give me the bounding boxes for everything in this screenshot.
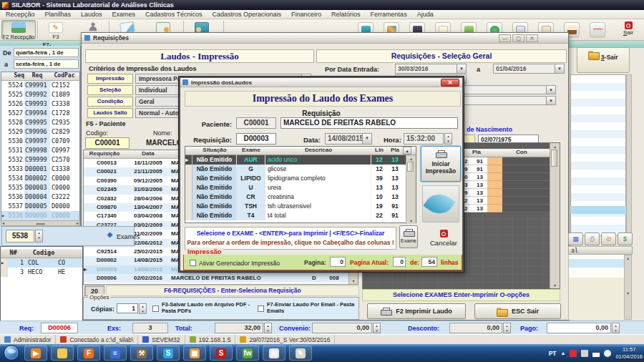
table-row[interactable]: 5527C99994C1728 bbox=[1, 109, 79, 118]
chart-edit-icon[interactable]: ✎ bbox=[289, 346, 312, 361]
paciente-cod-field[interactable]: C00001 bbox=[236, 117, 276, 129]
exame-print-button[interactable]: Exame bbox=[399, 225, 418, 248]
requisicao-field[interactable]: D00003 bbox=[236, 133, 276, 145]
data-entrada-from-field[interactable]: 30/03/2016▼ bbox=[395, 64, 467, 74]
copias-field[interactable]: 1 bbox=[117, 303, 138, 313]
exam-row[interactable]: Não EmitidoLIPIDOlipidograma completo391… bbox=[185, 174, 416, 183]
convenio-field[interactable]: 0,00 bbox=[312, 323, 372, 333]
chevron-down-icon[interactable]: ▼ bbox=[546, 86, 555, 94]
table-row[interactable]: 5528C99995C2935 bbox=[1, 118, 79, 127]
horizontal-scrollbar[interactable]: ◂▬▬▸ bbox=[1, 220, 80, 226]
presentation-icon[interactable]: ▦ bbox=[183, 346, 206, 361]
tools-icon[interactable]: ⚒ bbox=[130, 346, 153, 361]
req-field[interactable]: D00006 bbox=[41, 323, 78, 333]
iniciar-impressao-button[interactable]: Iniciar Impressão bbox=[421, 146, 461, 182]
toolbar-sair-button[interactable]: Sair bbox=[618, 21, 639, 39]
skype-icon[interactable]: S bbox=[157, 346, 180, 361]
total-stepper[interactable]: ▴▾ bbox=[264, 323, 272, 333]
right-list-scrollbar[interactable] bbox=[626, 74, 632, 236]
right-list-selected-row[interactable] bbox=[570, 206, 626, 214]
media-player-icon[interactable]: ▶ bbox=[24, 346, 47, 361]
convenio-stepper[interactable]: ▴▾ bbox=[373, 323, 381, 333]
data-field[interactable]: 14/08/2015▼ bbox=[325, 133, 372, 145]
red-s-app-icon[interactable]: S bbox=[210, 346, 233, 361]
table-row[interactable]: 5530C99997C0709 bbox=[1, 137, 79, 146]
mini-grid-header[interactable]: al bbox=[568, 246, 633, 255]
tray-expand-arrow[interactable]: ▲ bbox=[561, 351, 566, 356]
exam-row[interactable]: Não EmitidoT4t4 total2291 bbox=[185, 211, 416, 220]
foxit-icon[interactable]: fw bbox=[236, 346, 259, 361]
list-item[interactable]: D0000602/02/2016MARCELO DE FREITAS RABEL… bbox=[84, 274, 358, 283]
exam-row[interactable]: Não EmitidoGglicose1213 bbox=[185, 165, 416, 174]
hora-stepper[interactable]: ▴▾ bbox=[444, 133, 452, 145]
laudos-salto-criteria-button[interactable]: Laudos Salto bbox=[87, 108, 133, 118]
pago-stepper[interactable]: ▴▾ bbox=[612, 323, 620, 333]
table-row[interactable]: 5532C99999C2570 bbox=[1, 155, 79, 165]
table-row[interactable]: 5531C99998C0997 bbox=[1, 146, 79, 155]
action-center-icon[interactable] bbox=[570, 350, 577, 357]
close-button[interactable]: ✕ bbox=[526, 34, 538, 42]
minimize-button[interactable]: — bbox=[499, 34, 511, 42]
linhas-total-field[interactable]: 54 bbox=[421, 257, 437, 267]
table-row[interactable]: 5538D00006C0000 bbox=[1, 211, 79, 220]
table-row[interactable]: 5535D00003C0000 bbox=[1, 183, 79, 192]
table-row[interactable]: 5536D00004C3222 bbox=[1, 192, 79, 202]
menu-item[interactable]: Ferramentas bbox=[371, 11, 407, 18]
menu-item[interactable]: Recepção bbox=[6, 11, 35, 18]
table-row[interactable]: 5533D00001C3338 bbox=[1, 165, 79, 174]
exam-row[interactable]: Não EmitidoCRcreatinina1013 bbox=[185, 192, 416, 202]
hora-field[interactable]: 15:32:00 bbox=[404, 133, 444, 145]
menu-item[interactable]: Cadastros Técnicos bbox=[145, 11, 202, 18]
total-field[interactable]: 32,00 bbox=[215, 323, 263, 333]
toolbar-f2-recepcao-button[interactable]: F2 Recepção bbox=[1, 20, 36, 39]
table-row[interactable]: 5537D00005D0000 bbox=[1, 202, 79, 211]
network-signal-icon[interactable] bbox=[592, 350, 600, 357]
sequence-selector-field[interactable]: 5538 bbox=[6, 230, 34, 243]
explorer-folder-icon[interactable] bbox=[51, 346, 74, 361]
firefox-icon[interactable]: F bbox=[77, 346, 100, 361]
menu-item[interactable]: Financeiro bbox=[291, 11, 321, 18]
paciente-nome-field[interactable]: MARCELO DE FREITAS RABELO bbox=[280, 117, 458, 129]
pdf-checkbox[interactable] bbox=[152, 305, 159, 312]
gerenciador-checkbox[interactable] bbox=[190, 260, 196, 266]
condicao-criteria-button[interactable]: Condição bbox=[87, 97, 133, 107]
exam-row[interactable]: Não EmitidoTSHtsh ultrasensivel1991 bbox=[185, 202, 416, 211]
money-tool-button[interactable]: $ bbox=[618, 233, 633, 245]
exam-row[interactable]: Não EmitidoUureia1313 bbox=[185, 183, 416, 192]
maximize-button[interactable]: ▢ bbox=[512, 34, 525, 42]
cancelar-button[interactable]: Cancelar bbox=[426, 230, 461, 247]
grid-tool-button[interactable]: ▦ bbox=[568, 233, 583, 245]
pago-field[interactable]: 0,00 bbox=[547, 323, 611, 333]
menu-item[interactable]: Ajuda bbox=[417, 11, 434, 18]
desconto-stepper[interactable]: ▴▾ bbox=[503, 323, 511, 333]
menu-item[interactable]: Relatórios bbox=[331, 11, 361, 18]
document-list-icon[interactable]: ≡ bbox=[104, 346, 127, 361]
sair-3-button[interactable]: 3-Sair bbox=[577, 47, 630, 73]
table-row[interactable]: 3HECOHE bbox=[1, 268, 82, 277]
menu-item[interactable]: Exames bbox=[112, 11, 136, 18]
impressao-criteria-button[interactable]: Impressão bbox=[87, 74, 133, 84]
exames-button[interactable]: Exames bbox=[117, 233, 140, 240]
menu-item[interactable]: Laudos bbox=[81, 11, 102, 18]
sequence-stepper[interactable]: ▴▾ bbox=[35, 230, 43, 243]
chevron-down-icon[interactable]: ▼ bbox=[555, 64, 564, 73]
exam-row[interactable]: Não EmitidoAURacido urico1213 bbox=[185, 155, 416, 165]
date-from-field[interactable]: quarta-feira , 1 de bbox=[14, 48, 79, 57]
printer-tray-icon[interactable] bbox=[581, 350, 588, 357]
calculator-icon[interactable] bbox=[590, 22, 605, 37]
print-tool-button[interactable]: ⎙ bbox=[585, 233, 600, 245]
taskbar-clock[interactable]: 11:57 01/04/2016 bbox=[615, 346, 643, 361]
table-row[interactable]: 5529C99996C2829 bbox=[1, 127, 79, 137]
volume-icon[interactable] bbox=[604, 350, 611, 357]
date-to-field[interactable]: sexta-feira , 1 de bbox=[14, 59, 79, 69]
esc-sair-button[interactable]: ESC Sair bbox=[474, 303, 561, 319]
email-checkbox[interactable] bbox=[258, 305, 264, 312]
toolbar-f3-resultados-button[interactable]: ✎F3 Resultados bbox=[39, 20, 73, 39]
mini-grid-row[interactable] bbox=[569, 259, 624, 268]
desconto-field[interactable]: 0,00 bbox=[449, 323, 502, 333]
chevron-down-icon[interactable]: ▼ bbox=[546, 97, 555, 104]
codigo-field[interactable]: C00001 bbox=[85, 137, 130, 149]
exs-field[interactable]: 3 bbox=[132, 323, 168, 333]
data-entrada-to-field[interactable]: 01/04/2016▼ bbox=[493, 64, 565, 74]
mini-grid-scrollbar[interactable]: ▴▾ bbox=[624, 255, 632, 320]
